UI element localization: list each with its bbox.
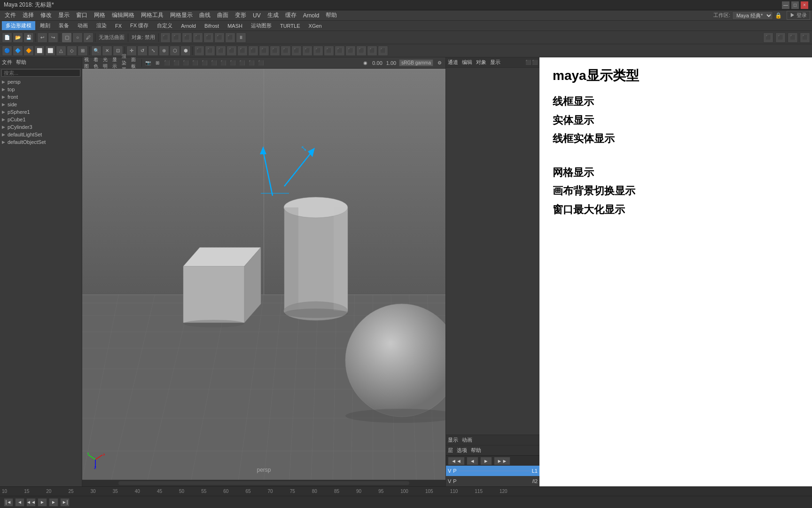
tb2-g5[interactable]: ⬛ xyxy=(237,46,248,56)
tb-right1[interactable]: ⬛ xyxy=(763,32,773,43)
vp-icon13[interactable]: ⬛ xyxy=(257,59,265,67)
tb2-transform[interactable]: ⊕ xyxy=(159,46,169,56)
vp-icon12[interactable]: ⬛ xyxy=(247,59,256,67)
vp-settings-icon[interactable]: ⚙ xyxy=(435,59,444,67)
tb2-icon3[interactable]: 🔶 xyxy=(23,46,34,56)
menu-generate[interactable]: 生成 xyxy=(265,10,281,20)
vp-view-menu[interactable]: 视图 xyxy=(84,59,93,67)
tb2-icon8[interactable]: ⊞ xyxy=(78,46,88,56)
mode-rig[interactable]: 装备 xyxy=(55,21,73,30)
menu-curve[interactable]: 曲线 xyxy=(196,10,213,20)
tb-icon1[interactable]: ⬛ xyxy=(160,32,171,43)
tb-lasso[interactable]: ○ xyxy=(72,32,83,43)
tb-paint[interactable]: 🖊 xyxy=(83,32,94,43)
layer-row-1[interactable]: V P L1 xyxy=(446,466,539,476)
tree-item-lightset[interactable]: ▶ defaultLightSet xyxy=(0,131,82,138)
tree-item-sphere[interactable]: ▶ pSphere1 xyxy=(0,108,82,116)
menu-window[interactable]: 窗口 xyxy=(73,10,90,20)
tb2-icon6[interactable]: △ xyxy=(56,46,66,56)
layer-tab-display[interactable]: 显示 xyxy=(448,437,458,444)
menu-file[interactable]: 文件 xyxy=(2,10,19,20)
tb-icon6[interactable]: ⬛ xyxy=(214,32,225,43)
tb2-g6[interactable]: ⬛ xyxy=(248,46,258,56)
vp-icon3[interactable]: ⬛ xyxy=(163,59,171,67)
ch-tab-edit[interactable]: 编辑 xyxy=(462,59,472,66)
viewport-canvas[interactable]: ⤡ persp X Y Z xyxy=(82,69,445,480)
tb-select[interactable]: ▢ xyxy=(62,32,72,43)
layer-tab-anim[interactable]: 动画 xyxy=(462,437,472,444)
hscroll-thumb[interactable] xyxy=(118,481,409,485)
tb2-icon5[interactable]: ⬜ xyxy=(45,46,55,56)
tb2-merge[interactable]: ⬢ xyxy=(180,46,191,56)
vp-icon9[interactable]: ⬛ xyxy=(219,59,227,67)
menu-help[interactable]: 帮助 xyxy=(323,10,340,20)
tb-redo[interactable]: ↪ xyxy=(48,32,58,43)
tb2-extrude[interactable]: ⬡ xyxy=(170,46,180,56)
workspace-select[interactable]: Maya 经典* xyxy=(732,11,773,20)
tb2-g17[interactable]: ⬛ xyxy=(367,46,377,56)
layer-nav-prev[interactable]: ◄ xyxy=(467,457,478,465)
pb-prev-frame[interactable]: ◄ xyxy=(15,498,24,507)
tb2-icon2[interactable]: 🔷 xyxy=(13,46,23,56)
vp-lighting-menu[interactable]: 光明 xyxy=(103,59,111,67)
menu-deform[interactable]: 变形 xyxy=(232,10,249,20)
vp-icon7[interactable]: ⬛ xyxy=(200,59,209,67)
menu-modify[interactable]: 修改 xyxy=(38,10,55,20)
tb-new[interactable]: 📄 xyxy=(2,32,12,43)
vp-icon8[interactable]: ⬛ xyxy=(210,59,218,67)
tb2-search[interactable]: 🔍 xyxy=(91,46,102,56)
tb2-scale[interactable]: ⤡ xyxy=(148,46,158,56)
tb-save[interactable]: 💾 xyxy=(23,32,34,43)
layer-nav-first[interactable]: ◄◄ xyxy=(448,457,465,465)
vp-icon11[interactable]: ⬛ xyxy=(238,59,246,67)
tb2-g9[interactable]: ⬛ xyxy=(281,46,291,56)
tb2-g15[interactable]: ⬛ xyxy=(345,46,356,56)
mode-mash[interactable]: MASH xyxy=(224,22,246,30)
menu-arnold[interactable]: Arnold xyxy=(300,11,322,20)
menu-cache[interactable]: 缓存 xyxy=(282,10,299,20)
tb2-g12[interactable]: ⬛ xyxy=(313,46,323,56)
tb2-g8[interactable]: ⬛ xyxy=(270,46,280,56)
menu-edit-mesh[interactable]: 编辑网格 xyxy=(109,10,137,20)
tb2-icon4[interactable]: ⬜ xyxy=(34,46,45,56)
mode-bifrost[interactable]: Bifrost xyxy=(201,22,223,30)
pb-next-frame[interactable]: ► xyxy=(49,498,58,507)
ch-tab-object[interactable]: 对象 xyxy=(476,59,486,66)
mode-poly[interactable]: 多边形建模 xyxy=(2,21,35,30)
vp-show-menu[interactable]: 显示 xyxy=(112,59,121,67)
menu-uv[interactable]: UV xyxy=(250,11,264,20)
maximize-button[interactable]: □ xyxy=(791,1,799,9)
ch-tab-show[interactable]: 显示 xyxy=(490,59,500,66)
mode-xgen[interactable]: XGen xyxy=(305,22,326,30)
tb2-g1[interactable]: ⬛ xyxy=(194,46,204,56)
menu-surface[interactable]: 曲面 xyxy=(214,10,231,20)
mode-arnold-tab[interactable]: Arnold xyxy=(177,22,200,30)
tb2-g4[interactable]: ⬛ xyxy=(226,46,237,56)
menu-mesh-display[interactable]: 网格显示 xyxy=(167,10,195,20)
outliner-tab-file[interactable]: 文件 xyxy=(2,59,12,66)
tb-right3[interactable]: ⬛ xyxy=(788,32,798,43)
vp-shading-menu[interactable]: 着色 xyxy=(94,59,102,67)
vp-icon6[interactable]: ⬛ xyxy=(191,59,199,67)
vp-renderer-menu[interactable]: 渲染器 xyxy=(122,59,130,67)
tb-undo[interactable]: ↩ xyxy=(37,32,47,43)
tree-item-cube[interactable]: ▶ pCube1 xyxy=(0,116,82,123)
tb2-g10[interactable]: ⬛ xyxy=(291,46,302,56)
tb-pause[interactable]: ⏸ xyxy=(236,32,246,43)
menu-select[interactable]: 选择 xyxy=(20,10,37,20)
vp-icon5[interactable]: ⬛ xyxy=(181,59,190,67)
pb-play[interactable]: ► xyxy=(38,498,47,507)
tree-item-side[interactable]: ▶ side xyxy=(0,101,82,108)
viewport-hscroll[interactable] xyxy=(82,480,445,486)
tb2-g7[interactable]: ⬛ xyxy=(259,46,269,56)
mode-motion-graphics[interactable]: 运动图形 xyxy=(247,21,275,30)
tree-item-front[interactable]: ▶ front xyxy=(0,93,82,101)
tb2-g14[interactable]: ⬛ xyxy=(335,46,345,56)
mode-fx[interactable]: FX xyxy=(111,22,125,30)
tb-icon5[interactable]: ⬛ xyxy=(203,32,214,43)
tb2-g18[interactable]: ⬛ xyxy=(378,46,388,56)
vp-icon4[interactable]: ⬛ xyxy=(172,59,180,67)
tb2-g16[interactable]: ⬛ xyxy=(356,46,367,56)
tree-item-persp[interactable]: ▶ persp xyxy=(0,78,82,86)
tb-right2[interactable]: ⬛ xyxy=(775,32,786,43)
